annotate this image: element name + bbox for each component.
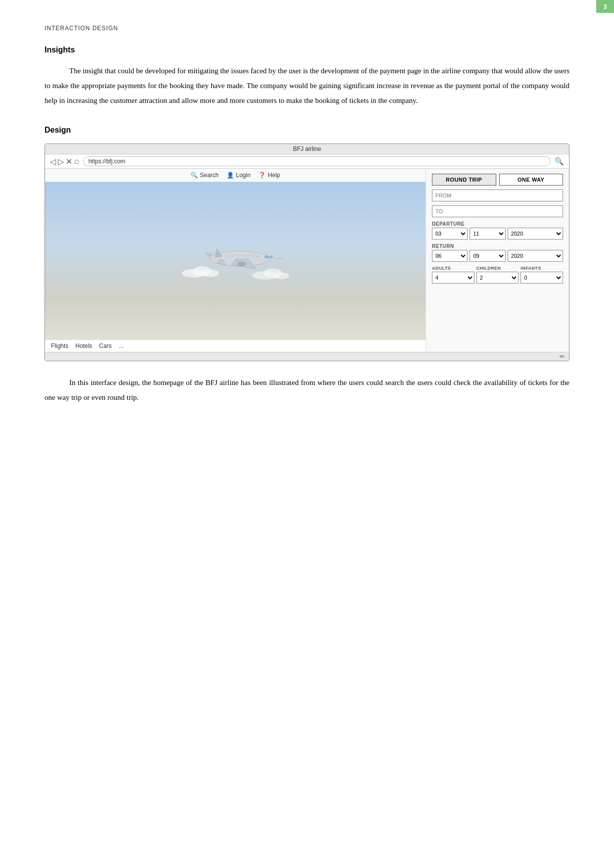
departure-month-select[interactable]: 11 — [470, 228, 505, 240]
search-icon: 🔍 — [190, 172, 198, 179]
back-icon[interactable]: ◁ — [50, 157, 56, 166]
svg-rect-14 — [248, 255, 250, 256]
round-trip-button[interactable]: ROUND TRIP — [432, 174, 496, 186]
return-label: RETURN — [432, 243, 563, 249]
navbar: 🔍 Search 👤 Login ❓ Help — [45, 169, 425, 182]
tab-more[interactable]: ... — [119, 342, 124, 349]
infants-label: INFANTS — [520, 266, 563, 271]
infants-select[interactable]: 0 — [520, 272, 563, 284]
browser-status-bar: ✏ — [45, 352, 569, 361]
departure-year-select[interactable]: 2020 — [508, 228, 563, 240]
insights-section: Insights The insight that could be devel… — [45, 46, 569, 108]
login-icon: 👤 — [227, 172, 234, 179]
round-trip-label: ROUND TRIP — [446, 177, 482, 183]
svg-rect-13 — [243, 255, 245, 256]
return-day-select[interactable]: 06 — [432, 250, 468, 262]
svg-rect-12 — [239, 255, 241, 256]
home-icon[interactable]: ⌂ — [74, 157, 79, 166]
status-edit-icon: ✏ — [560, 353, 565, 360]
tab-cars[interactable]: Cars — [99, 342, 111, 349]
departure-label: DEPARTURE — [432, 221, 563, 227]
return-month-select[interactable]: 09 — [470, 250, 505, 262]
browser-addressbar: ◁ ▷ ✕ ⌂ 🔍 — [45, 154, 569, 169]
one-way-label: ONE WAY — [518, 177, 544, 183]
nav-search-label: Search — [200, 172, 219, 179]
design-paragraph: In this interface design, the homepage o… — [45, 375, 569, 405]
plane-area — [45, 182, 425, 339]
browser-nav-icons: ◁ ▷ ✕ ⌂ — [50, 157, 79, 166]
nav-login-label: Login — [236, 172, 250, 179]
svg-point-17 — [237, 262, 246, 266]
return-date-row: 06 09 2020 — [432, 250, 563, 262]
svg-point-7 — [264, 255, 269, 259]
children-select[interactable]: 2 — [476, 272, 519, 284]
from-field-group — [432, 190, 563, 201]
departure-group: DEPARTURE 03 11 2020 — [432, 221, 563, 240]
adults-label: ADULTS — [432, 266, 474, 271]
svg-rect-16 — [256, 256, 258, 257]
one-way-button[interactable]: ONE WAY — [499, 174, 564, 186]
browser-title: BFJ airline — [293, 145, 321, 152]
svg-point-2 — [202, 270, 219, 277]
children-group: CHILDREN 2 — [476, 266, 519, 284]
forward-icon[interactable]: ▷ — [58, 157, 64, 166]
browser-mockup: BFJ airline ◁ ▷ ✕ ⌂ 🔍 — [45, 144, 569, 361]
browser-search-icon[interactable]: 🔍 — [555, 157, 564, 166]
header-label: INTERACTION DESIGN — [45, 25, 569, 32]
svg-rect-9 — [227, 256, 229, 257]
nav-help-label: Help — [268, 172, 280, 179]
booking-form-panel: ROUND TRIP ONE WAY — [425, 169, 569, 352]
insights-paragraph: The insight that could be developed for … — [45, 63, 569, 108]
insights-title: Insights — [45, 46, 569, 54]
design-section: Design BFJ airline ◁ ▷ ✕ ⌂ 🔍 — [45, 126, 569, 405]
children-label: CHILDREN — [476, 266, 519, 271]
departure-day-select[interactable]: 03 — [432, 228, 468, 240]
left-panel: 🔍 Search 👤 Login ❓ Help — [45, 169, 425, 352]
bottom-tabs: Flights Hotels Cars ... — [45, 339, 425, 352]
nav-help[interactable]: ❓ Help — [258, 172, 280, 179]
airplane-illustration — [181, 236, 290, 286]
return-group: RETURN 06 09 2020 — [432, 243, 563, 262]
trip-type-selector: ROUND TRIP ONE WAY — [432, 174, 563, 186]
adults-select[interactable]: 4 — [432, 272, 474, 284]
close-icon[interactable]: ✕ — [66, 157, 72, 166]
browser-body: 🔍 Search 👤 Login ❓ Help — [45, 169, 569, 352]
from-input[interactable] — [432, 190, 563, 201]
nav-login[interactable]: 👤 Login — [227, 172, 250, 179]
nav-search[interactable]: 🔍 Search — [190, 172, 219, 179]
svg-point-5 — [274, 273, 288, 280]
tab-hotels[interactable]: Hotels — [75, 342, 92, 349]
svg-rect-15 — [252, 255, 254, 257]
adults-group: ADULTS 4 — [432, 266, 474, 284]
departure-date-row: 03 11 2020 — [432, 228, 563, 240]
svg-point-8 — [269, 256, 273, 258]
infants-group: INFANTS 0 — [520, 266, 563, 284]
svg-rect-11 — [236, 255, 237, 256]
help-icon: ❓ — [258, 172, 266, 179]
return-year-select[interactable]: 2020 — [508, 250, 563, 262]
browser-titlebar: BFJ airline — [45, 144, 569, 154]
to-input[interactable] — [432, 205, 563, 217]
page-number: 3 — [596, 0, 614, 13]
passengers-row: ADULTS 4 CHILDREN 2 — [432, 266, 563, 284]
design-title: Design — [45, 126, 569, 135]
address-bar-input[interactable] — [83, 156, 551, 166]
to-field-group — [432, 205, 563, 217]
tab-flights[interactable]: Flights — [51, 342, 68, 349]
svg-rect-10 — [231, 255, 233, 257]
